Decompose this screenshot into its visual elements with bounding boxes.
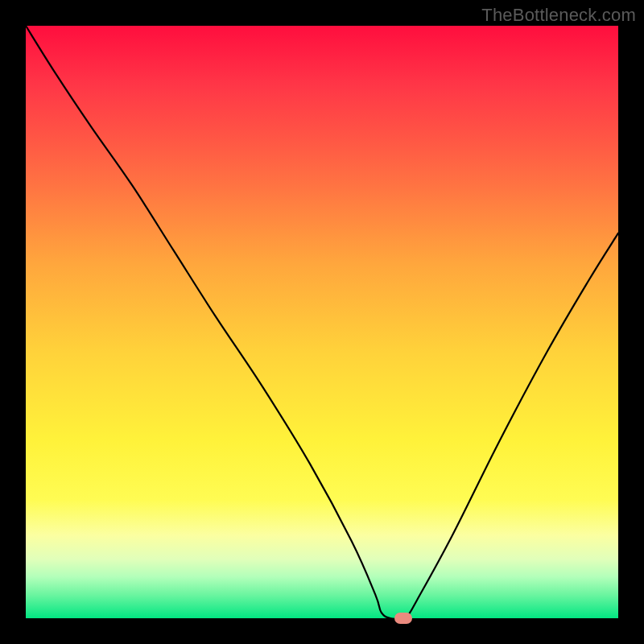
- bottleneck-curve: [26, 26, 618, 618]
- chart-frame: TheBottleneck.com: [0, 0, 644, 644]
- plot-area: [26, 26, 618, 618]
- curve-layer: [26, 26, 618, 618]
- optimum-marker: [394, 613, 412, 624]
- watermark-label: TheBottleneck.com: [481, 5, 636, 26]
